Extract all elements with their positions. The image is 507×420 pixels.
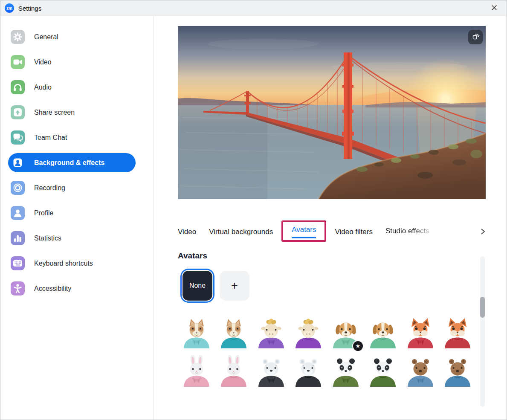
sidebar-item-label: Video <box>34 58 52 66</box>
avatar-panda-tshirt[interactable] <box>367 355 399 388</box>
avatar-polarbear-tshirt[interactable] <box>292 355 324 388</box>
headphones-icon <box>11 80 25 94</box>
tab-video-filters[interactable]: Video filters <box>335 228 373 236</box>
chevron-right-icon <box>480 228 486 237</box>
avatar-sheep-tshirt[interactable] <box>292 317 324 349</box>
avatar-dog-hoodie[interactable]: ★ <box>330 317 362 349</box>
avatar-fox-tshirt[interactable] <box>441 317 474 349</box>
window-title: Settings <box>18 5 41 12</box>
main-area: GeneralVideoAudioShare screenTeam ChatBa… <box>0 16 507 420</box>
avatar-grid: ★ <box>178 317 476 388</box>
video-camera-icon <box>11 55 25 69</box>
share-screen-icon <box>11 105 25 119</box>
avatars-heading: Avatars <box>178 251 507 261</box>
tab-label: Video filters <box>335 228 373 236</box>
sidebar-item-label: Keyboard shortcuts <box>34 260 93 267</box>
sidebar: GeneralVideoAudioShare screenTeam ChatBa… <box>0 16 154 420</box>
content-pane: VideoVirtual backgroundsAvatarsVideo fil… <box>154 16 507 420</box>
add-avatar-button[interactable]: + <box>220 271 249 301</box>
bar-chart-icon <box>11 231 25 245</box>
sidebar-item-label: Audio <box>34 84 52 91</box>
sidebar-item-label: Share screen <box>34 109 75 116</box>
tab-virtual-backgrounds[interactable]: Virtual backgrounds <box>209 228 273 236</box>
tab-video[interactable]: Video <box>178 228 196 236</box>
titlebar: zm Settings <box>0 0 507 16</box>
avatar-bear-hoodie[interactable] <box>404 355 437 388</box>
sidebar-item-share-screen[interactable]: Share screen <box>8 103 136 122</box>
settings-window: zm Settings GeneralVideoAudioShare scree… <box>0 0 507 420</box>
avatar-sheep-hoodie[interactable] <box>255 317 287 349</box>
avatar-polarbear-hoodie[interactable] <box>255 355 287 388</box>
tabs-overflow-button[interactable] <box>480 228 486 237</box>
gear-icon <box>11 30 25 44</box>
rotate-preview-button[interactable] <box>468 30 483 44</box>
sidebar-item-label: Accessibility <box>34 285 71 293</box>
tab-label: Video <box>178 228 196 236</box>
sidebar-item-label: Statistics <box>34 235 61 242</box>
background-effects-tabs: VideoVirtual backgroundsAvatarsVideo fil… <box>178 226 486 238</box>
tab-label: Studio effects <box>385 227 437 235</box>
sidebar-item-video[interactable]: Video <box>8 52 136 72</box>
golden-gate-bridge-photo <box>178 26 486 199</box>
tab-label: Avatars <box>292 226 316 238</box>
keyboard-icon <box>11 256 25 270</box>
tab-studio-effects[interactable]: Studio effects <box>385 227 437 238</box>
sidebar-item-label: Profile <box>34 209 53 217</box>
close-button[interactable] <box>488 2 501 14</box>
sidebar-item-accessibility[interactable]: Accessibility <box>8 279 136 298</box>
avatar-choices-row: None + <box>178 271 507 301</box>
sidebar-item-audio[interactable]: Audio <box>8 78 136 97</box>
sidebar-item-general[interactable]: General <box>8 27 136 46</box>
avatar-dog-tshirt[interactable] <box>367 317 399 349</box>
sidebar-item-recording[interactable]: Recording <box>8 178 136 197</box>
sidebar-item-team-chat[interactable]: Team Chat <box>8 128 136 147</box>
rotate-icon <box>471 32 480 43</box>
sidebar-item-label: Background & effects <box>34 159 104 167</box>
avatar-panda-hoodie[interactable] <box>330 355 362 388</box>
zoom-logo: zm <box>5 3 14 13</box>
virtual-background-preview <box>178 26 486 199</box>
person-icon <box>11 206 25 220</box>
content-scrollbar[interactable] <box>480 256 485 407</box>
sidebar-item-profile[interactable]: Profile <box>8 203 136 223</box>
record-icon <box>11 181 25 195</box>
sidebar-item-statistics[interactable]: Statistics <box>8 229 136 248</box>
sidebar-item-label: Recording <box>34 184 65 192</box>
sidebar-item-background-effects[interactable]: Background & effects <box>8 153 136 172</box>
tab-label: Virtual backgrounds <box>209 228 273 236</box>
avatar-bear-tshirt[interactable] <box>441 355 474 388</box>
avatar-corgi-hoodie[interactable] <box>180 317 213 349</box>
tab-avatars[interactable]: Avatars <box>292 226 316 238</box>
scrollbar-thumb[interactable] <box>480 297 485 318</box>
sidebar-item-label: General <box>34 33 58 41</box>
sidebar-item-keyboard-shortcuts[interactable]: Keyboard shortcuts <box>8 254 136 273</box>
annotation-highlight-box: Avatars <box>281 220 326 242</box>
avatar-rabbit-tshirt[interactable] <box>217 355 250 388</box>
accessibility-icon <box>11 281 25 295</box>
avatar-rabbit-hoodie[interactable] <box>180 355 213 388</box>
sidebar-item-label: Team Chat <box>34 134 67 142</box>
star-badge-icon: ★ <box>352 340 364 352</box>
avatar-none-button[interactable]: None <box>183 271 212 301</box>
avatar-corgi-tshirt[interactable] <box>217 317 250 349</box>
avatar-fox-hoodie[interactable] <box>404 317 437 349</box>
close-icon <box>491 4 498 12</box>
chat-bubbles-icon <box>11 130 25 145</box>
background-icon <box>11 156 25 170</box>
